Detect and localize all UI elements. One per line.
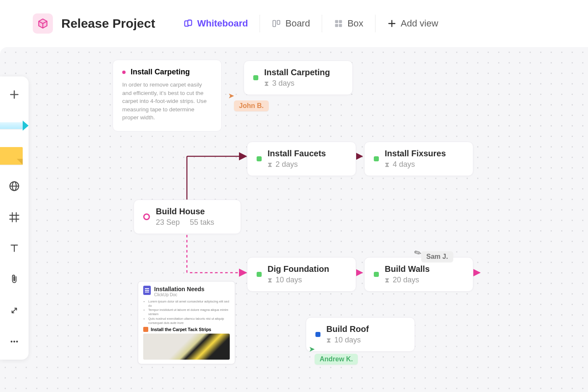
- note-icon: [0, 147, 23, 165]
- doc-card-installation-needs[interactable]: Installation Needs ClickUp Doc Lorem ips…: [138, 281, 235, 364]
- card-title: Build House: [156, 207, 214, 216]
- svg-point-10: [10, 341, 12, 342]
- doc-body-preview: Lorem ipsum dolor sit amet consectetur a…: [143, 300, 230, 325]
- card-install-carpeting[interactable]: Install Carpeting ⧗3 days: [244, 61, 353, 95]
- add-view-button[interactable]: Add view: [375, 15, 450, 32]
- globe-icon: [8, 180, 20, 192]
- svg-rect-6: [335, 24, 338, 27]
- card-duration: 3 days: [272, 79, 294, 88]
- tab-whiteboard[interactable]: Whiteboard: [172, 15, 260, 32]
- svg-rect-1: [188, 20, 192, 26]
- whiteboard-canvas[interactable]: Install Carpeting In order to remove car…: [0, 47, 588, 392]
- frame-icon: [8, 211, 20, 223]
- card-title: Dig Foundation: [268, 264, 329, 274]
- text-icon: [9, 243, 20, 254]
- hourglass-icon: ⧗: [385, 276, 389, 284]
- card-duration: 4 days: [393, 160, 415, 169]
- user-label-john: John B.: [234, 100, 269, 111]
- svg-rect-7: [339, 24, 342, 27]
- view-tabs: Whiteboard Board Box Add view: [172, 15, 450, 32]
- cursor-sam: ✎ Sam J.: [412, 239, 453, 262]
- hourglass-icon: ⧗: [268, 276, 272, 284]
- card-date: 23 Sep: [156, 218, 180, 227]
- add-view-label: Add view: [401, 18, 438, 29]
- card-title: Install Faucets: [268, 149, 326, 158]
- tab-label: Whiteboard: [197, 18, 248, 29]
- card-duration: 10 days: [276, 276, 302, 284]
- card-build-house[interactable]: Build House 23 Sep 55 taks: [134, 200, 241, 234]
- card-install-fixsures[interactable]: Install Fixsures ⧗4 days: [364, 142, 473, 176]
- doc-title: Installation Needs: [154, 286, 205, 292]
- svg-rect-5: [339, 20, 342, 23]
- svg-rect-2: [273, 21, 276, 27]
- svg-rect-3: [277, 21, 280, 24]
- status-dot: [374, 156, 379, 161]
- note-title: Install Carpeting: [131, 68, 190, 76]
- board-icon: [272, 19, 281, 28]
- tab-box[interactable]: Box: [322, 15, 375, 32]
- pen-icon: [0, 122, 23, 129]
- text-tool[interactable]: [5, 239, 24, 258]
- card-title: Build Roof: [326, 324, 369, 334]
- note-desc: In order to remove carpet easily and eff…: [122, 81, 212, 122]
- sticky-note-tool[interactable]: [0, 147, 23, 165]
- pointer-icon: ➤: [309, 345, 358, 354]
- tab-board[interactable]: Board: [260, 15, 322, 32]
- plus-icon: [9, 89, 20, 100]
- svg-point-11: [13, 341, 15, 342]
- card-title: Install Fixsures: [385, 149, 446, 158]
- note-card-install-carpeting[interactable]: Install Carpeting In order to remove car…: [113, 60, 222, 132]
- card-build-walls[interactable]: Build Walls ⧗20 days: [364, 257, 473, 292]
- card-dig-foundation[interactable]: Dig Foundation ⧗10 days: [247, 257, 356, 292]
- attachment-tool[interactable]: [5, 270, 24, 289]
- doc-icon: [143, 286, 151, 295]
- header: Release Project Whiteboard Board Box Add…: [0, 0, 588, 47]
- box-icon: [334, 19, 343, 28]
- status-dot: [315, 332, 320, 337]
- hourglass-icon: ⧗: [268, 161, 272, 168]
- svg-rect-4: [335, 20, 338, 23]
- left-toolbar: [0, 76, 29, 360]
- project-icon: [33, 13, 53, 34]
- doc-subtitle: ClickUp Doc: [154, 292, 205, 297]
- more-icon: [9, 336, 20, 347]
- plus-icon: [387, 19, 396, 28]
- hourglass-icon: ⧗: [385, 161, 389, 168]
- section-badge: [143, 327, 148, 332]
- status-dot: [253, 75, 258, 80]
- card-duration: 10 days: [334, 336, 361, 345]
- tab-label: Board: [285, 18, 310, 29]
- add-tool[interactable]: [5, 85, 24, 104]
- status-dot: [374, 272, 379, 277]
- attachment-icon: [9, 274, 20, 285]
- globe-tool[interactable]: [5, 176, 24, 196]
- bullet-icon: [122, 71, 126, 74]
- doc-section: Install the Carpet Tack Strips: [151, 327, 211, 332]
- user-label-andrew: Andrew K.: [315, 354, 358, 365]
- connector-icon: [9, 305, 20, 316]
- card-duration: 20 days: [393, 276, 419, 284]
- status-ring: [143, 213, 150, 220]
- card-install-faucets[interactable]: Install Faucets ⧗2 days: [247, 142, 356, 176]
- connection-arrows: [0, 47, 588, 392]
- pointer-icon: ➤: [228, 91, 269, 100]
- tab-label: Box: [347, 18, 363, 29]
- svg-point-12: [16, 341, 18, 342]
- more-tool[interactable]: [5, 332, 24, 351]
- page-title: Release Project: [61, 16, 155, 31]
- doc-image-preview: [143, 334, 230, 360]
- hourglass-icon: ⧗: [264, 80, 269, 87]
- cursor-andrew: ➤ Andrew K.: [309, 345, 358, 365]
- whiteboard-icon: [184, 19, 193, 28]
- card-tasks: 55 taks: [190, 218, 214, 227]
- card-duration: 2 days: [276, 160, 298, 169]
- pen-tool[interactable]: [5, 116, 24, 135]
- connector-tool[interactable]: [5, 301, 24, 320]
- card-title: Install Carpeting: [264, 68, 330, 77]
- status-dot: [257, 156, 262, 161]
- hourglass-icon: ⧗: [326, 337, 331, 344]
- cursor-john: ➤ John B.: [228, 91, 269, 111]
- card-title: Build Walls: [385, 264, 430, 274]
- status-dot: [257, 272, 262, 277]
- frame-tool[interactable]: [5, 208, 24, 227]
